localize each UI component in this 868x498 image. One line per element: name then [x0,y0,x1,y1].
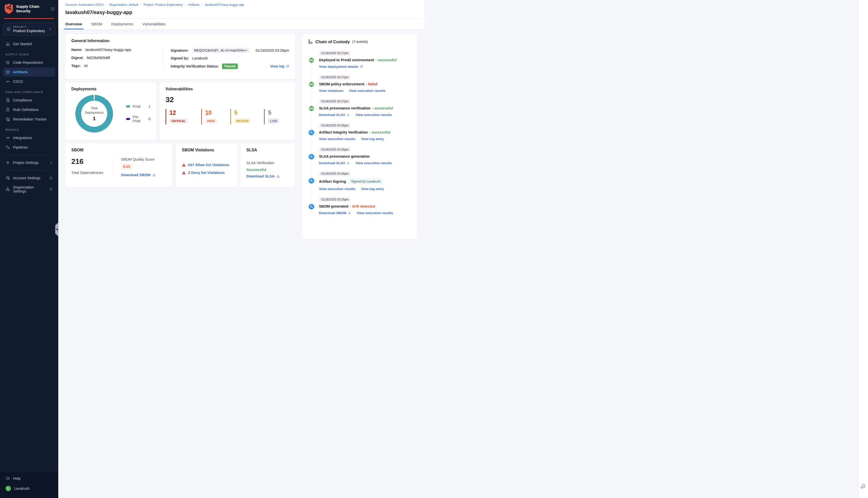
chain-event-sbom-generated: 01/16/2025 03:25pm SBOM generated - drif… [308,197,411,215]
tab-vulnerabilities[interactable]: Vulnerabilities [142,18,166,29]
page-header: Account: Automation-SSCA › Organization:… [58,0,424,18]
severity-badge: CRITICAL [170,118,187,123]
legend-item-prod: Prod 1 [126,104,151,108]
severity-count: 5 [234,109,250,116]
hierarchy-icon [308,39,313,44]
app-title: Supply Chain Security [16,4,48,13]
breadcrumb-separator: › [202,3,203,6]
project-cube-icon [6,27,11,31]
legend-label: Pre Prod [133,115,146,123]
download-slsa-link[interactable]: Download SLSA [319,161,350,165]
view-execution-results-link[interactable]: View execution results [355,113,392,117]
sbom-card: SBOM 216 Total Dependencies SBOM Quality… [65,143,172,187]
sidebar-item-rule-definitions[interactable]: Rule Definitions [3,105,55,114]
info-icon [49,176,53,180]
digest-label: Digest: [71,56,83,60]
sidebar-item-label: Remediation Tracker [13,117,47,121]
signature-timestamp: 01/16/2025 03:26pm [256,49,289,52]
breadcrumb-separator: › [185,3,186,6]
tab-sbom[interactable]: SBOM [91,18,102,29]
artifact-tags: v5 [84,64,88,68]
breadcrumb-current[interactable]: lavakush07/easy-buggy-app [205,3,244,6]
tab-deployments[interactable]: Deployments [111,18,133,29]
severity-badge: HIGH [205,118,217,123]
tags-label: Tags: [71,64,81,68]
quality-score-badge: 6.13 [121,163,132,169]
download-icon [347,113,350,117]
download-icon [348,211,351,214]
event-status: - failed [366,82,377,86]
event-title: SLSA provenance verification [319,106,371,110]
sidebar-item-remediation-tracker[interactable]: Remediation Tracker [3,115,55,124]
download-sbom-link[interactable]: Download SBOM [319,211,351,215]
external-link-icon [286,65,289,68]
view-violations-link[interactable]: View violations [319,89,343,93]
breadcrumb: Account: Automation-SSCA › Organization:… [65,3,417,6]
view-execution-results-link[interactable]: View execution results [355,161,392,165]
tab-overview[interactable]: Overview [65,18,82,29]
sidebar: Supply Chain Security PROJECT Product Ex… [0,0,58,249]
org-gear-icon [5,187,10,192]
sidebar-item-compliance[interactable]: Compliance [3,96,55,105]
breadcrumb-project[interactable]: Project: Product Exploratory [144,3,183,6]
severity-critical: 12 CRITICAL [166,109,187,124]
breadcrumb-account[interactable]: Account: Automation-SSCA [65,3,104,6]
chevron-right-icon [50,161,53,165]
sidebar-item-get-started[interactable]: Get Started [3,39,55,49]
project-label: PROJECT [13,25,46,28]
allow-list-violations-link[interactable]: 637 Allow list Violations [182,163,231,167]
module-grid-icon[interactable] [51,7,55,11]
external-link-icon [360,65,363,68]
main-area: Account: Automation-SSCA › Organization:… [58,0,424,249]
sidebar-item-artifacts[interactable]: Artifacts [3,67,55,77]
signature-label: Signature: [170,49,189,52]
sidebar-item-project-settings[interactable]: Project Settings [3,158,55,167]
deny-list-violations-link[interactable]: 2 Deny list Violations [182,171,231,175]
sidebar-section-risk: RISK AND COMPLIANCE [3,87,55,96]
breadcrumb-organization[interactable]: Organization: default [109,3,138,6]
view-execution-results-link[interactable]: View execution results [357,211,393,215]
gear-icon [5,160,10,165]
sidebar-item-pipelines[interactable]: Pipelines [3,143,55,152]
breadcrumb-separator: › [140,3,141,6]
sidebar-item-cicd[interactable]: CI/CD [3,77,55,86]
sidebar-item-account-settings[interactable]: Account Settings [3,173,55,183]
download-slsa-link[interactable]: Download SLSA [246,174,280,178]
sidebar-item-label: Organization Settings [13,185,46,193]
card-title: Deployments [71,87,151,91]
breadcrumb-artifacts[interactable]: Artifacts [188,3,199,6]
legend-item-preprod: Pre Prod 0 [126,115,151,123]
home-icon [5,42,10,46]
scan-circle-icon [308,204,314,210]
sidebar-item-code-repositories[interactable]: Code Repositories [3,58,55,67]
deployments-legend: Prod 1 Pre Prod 0 [126,104,151,123]
event-status: - successful [369,130,390,134]
severity-medium: 5 MEDIUM [230,109,250,124]
view-log-entry-link[interactable]: View log entry [361,187,384,191]
sidebar-divider [5,155,53,155]
download-slsa-link[interactable]: Download SLSA [319,113,350,117]
layers-gear-icon [5,176,10,180]
event-title: Artifact Integrity Verification [319,130,368,134]
download-sbom-link[interactable]: Download SBOM [121,173,156,177]
sidebar-item-integrations[interactable]: Integrations [3,133,55,142]
severity-high: 10 HIGH [201,109,217,124]
view-log-link[interactable]: View log [270,64,289,68]
tab-bar: Overview SBOM Deployments Vulnerabilitie… [58,18,424,29]
view-deployment-details-link[interactable]: View deployment details [319,65,363,68]
sidebar-section-manage: MANAGE [3,124,55,133]
deployments-card: Deployments Total Deployments 1 Prod [65,82,156,140]
view-execution-results-link[interactable]: View execution results [319,137,355,141]
view-execution-results-link[interactable]: View execution results [319,187,355,191]
project-selector[interactable]: PROJECT Product Exploratory [3,23,55,35]
collapse-left-arrow-icon [56,228,58,231]
info-icon [49,187,53,191]
view-execution-results-link[interactable]: View execution results [349,89,385,93]
severity-count: 12 [170,109,187,116]
sidebar-item-organization-settings[interactable]: Organization Settings [3,183,55,196]
view-log-entry-link[interactable]: View log entry [361,137,384,141]
pipelines-flow-icon [5,145,10,149]
signature-value: MEQCICde2VjIT...bL+2+mqnOXw== [192,48,250,53]
severity-count: 10 [205,109,217,116]
sidebar-item-label: Get Started [13,42,31,46]
